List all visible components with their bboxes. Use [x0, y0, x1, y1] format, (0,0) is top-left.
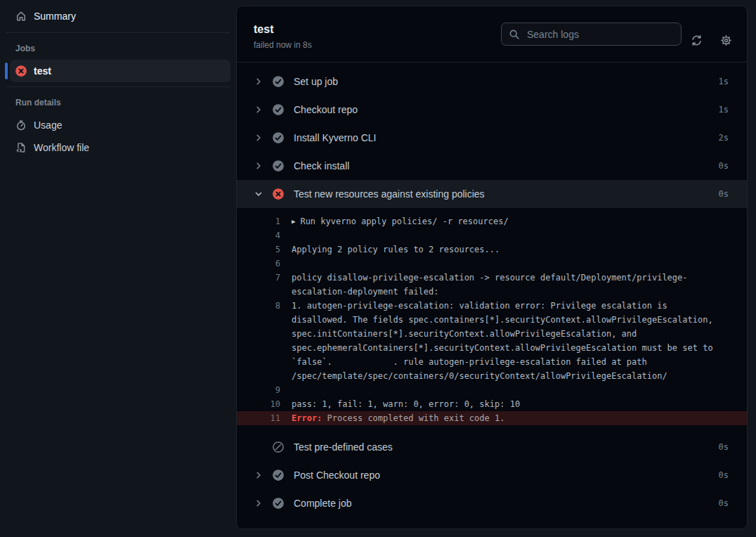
workflow-file-icon — [15, 141, 27, 154]
step-duration: 0s — [719, 442, 729, 452]
chevron-right-icon — [254, 77, 263, 86]
chevron-right-icon — [254, 105, 263, 115]
sync-icon — [691, 34, 703, 46]
step-name: Check install — [294, 160, 349, 172]
step-name: Checkout repo — [294, 104, 358, 115]
step-log: 1▶Run kyverno apply policies/ -r resourc… — [237, 208, 747, 433]
step-row[interactable]: Test new resources against existing poli… — [237, 180, 747, 208]
log-line-text: pass: 1, fail: 1, warn: 0, error: 0, ski… — [292, 397, 728, 411]
sidebar: Summary Jobs test Run details Usage — [0, 0, 236, 159]
step-duration: 0s — [719, 189, 729, 199]
log-line: 9 — [237, 383, 747, 397]
log-line-error: 11Error: Process completed with exit cod… — [237, 411, 747, 425]
log-line-text — [292, 383, 728, 397]
step-name: Set up job — [294, 76, 338, 87]
step-row[interactable]: Install Kyverno CLI2s — [237, 124, 747, 152]
step-duration: 0s — [719, 161, 729, 171]
chevron-right-icon — [254, 133, 263, 143]
job-log-header: test failed now in 8s — [237, 6, 747, 63]
step-duration: 0s — [719, 498, 729, 508]
usage-label: Usage — [34, 119, 62, 131]
log-line-text — [292, 228, 728, 242]
step-row[interactable]: Check install0s — [237, 152, 747, 180]
log-line-text: policy disallow-privilege-escalation -> … — [292, 271, 728, 299]
log-line: 6 — [237, 257, 747, 271]
step-name: Complete job — [294, 498, 352, 509]
job-item-label: test — [34, 65, 51, 77]
log-line-text[interactable]: ▶Run kyverno apply policies/ -r resource… — [292, 214, 728, 228]
x-circle-icon — [15, 65, 27, 77]
step-duration: 1s — [719, 77, 729, 86]
check-circle-icon — [272, 497, 285, 510]
sidebar-item-summary[interactable]: Summary — [0, 4, 236, 28]
log-line-text: Applying 2 policy rules to 2 resources..… — [292, 242, 728, 257]
log-line-number[interactable]: 6 — [237, 257, 280, 271]
log-line-number[interactable]: 8 — [237, 299, 280, 383]
step-row[interactable]: Complete job0s — [237, 489, 747, 517]
search-icon — [509, 29, 520, 40]
step-duration: 2s — [719, 133, 729, 143]
log-line-text: Error: Process completed with exit code … — [292, 411, 728, 425]
step-duration: 1s — [719, 105, 729, 115]
step-row[interactable]: Test pre-defined cases0s — [237, 433, 747, 461]
step-duration: 0s — [719, 470, 729, 480]
chevron-right-icon — [254, 498, 263, 508]
log-line-number[interactable]: 10 — [237, 397, 280, 411]
steps-list: Set up job1sCheckout repo1sInstall Kyver… — [237, 63, 747, 517]
step-name: Test pre-defined cases — [294, 441, 393, 453]
log-line: 5Applying 2 policy rules to 2 resources.… — [237, 242, 747, 257]
check-circle-icon — [272, 75, 285, 88]
log-group-expand-icon: ▶ — [292, 214, 295, 228]
error-message: Process completed with exit code 1. — [322, 413, 504, 423]
sidebar-divider — [6, 86, 230, 87]
step-row[interactable]: Post Checkout repo0s — [237, 461, 747, 489]
check-circle-icon — [272, 160, 285, 172]
step-row[interactable]: Checkout repo1s — [237, 96, 747, 124]
log-line: 1▶Run kyverno apply policies/ -r resourc… — [237, 214, 747, 228]
log-line-number[interactable]: 11 — [237, 411, 280, 425]
sidebar-item-usage[interactable]: Usage — [10, 114, 230, 136]
log-line: 10pass: 1, fail: 1, warn: 0, error: 0, s… — [237, 397, 747, 411]
skip-circle-icon — [272, 441, 285, 453]
check-circle-icon — [272, 469, 285, 481]
home-icon — [15, 10, 27, 22]
job-log-panel: test failed now in 8s — [236, 6, 748, 529]
log-line-number[interactable]: 5 — [237, 242, 280, 257]
sidebar-item-job-test[interactable]: test — [10, 60, 230, 82]
chevron-placeholder — [254, 442, 263, 452]
sidebar-divider — [6, 32, 230, 33]
check-circle-icon — [272, 131, 285, 144]
refresh-logs-button[interactable] — [690, 34, 703, 46]
log-line: 7policy disallow-privilege-escalation ->… — [237, 271, 747, 299]
log-line-number[interactable]: 4 — [237, 228, 280, 242]
search-logs-box[interactable] — [501, 22, 682, 46]
log-line: 81. autogen-privilege-escalation: valida… — [237, 299, 747, 383]
step-name: Install Kyverno CLI — [294, 132, 377, 143]
jobs-section-label: Jobs — [15, 44, 236, 53]
step-row[interactable]: Set up job1s — [237, 67, 747, 96]
search-logs-input[interactable] — [526, 28, 674, 41]
log-line: 4 — [237, 228, 747, 242]
log-settings-button[interactable] — [719, 34, 732, 46]
chevron-right-icon — [254, 470, 263, 480]
log-line-number[interactable]: 7 — [237, 271, 280, 299]
workflow-file-label: Workflow file — [34, 142, 89, 153]
stopwatch-icon — [15, 119, 27, 131]
run-details-section-label: Run details — [15, 98, 236, 108]
summary-label: Summary — [34, 11, 76, 22]
log-line-text — [292, 257, 728, 271]
gear-icon — [720, 34, 732, 46]
chevron-right-icon — [254, 161, 263, 171]
check-circle-icon — [272, 103, 285, 116]
step-name: Post Checkout repo — [294, 470, 380, 481]
x-circle-icon — [272, 188, 285, 200]
log-line-text: 1. autogen-privilege-escalation: validat… — [292, 299, 728, 383]
log-line-number[interactable]: 9 — [237, 383, 280, 397]
chevron-down-icon — [254, 189, 263, 199]
log-line-number[interactable]: 1 — [237, 214, 280, 228]
sidebar-item-workflow-file[interactable]: Workflow file — [10, 136, 230, 159]
error-label: Error: — [292, 413, 322, 423]
step-name: Test new resources against existing poli… — [294, 188, 485, 200]
